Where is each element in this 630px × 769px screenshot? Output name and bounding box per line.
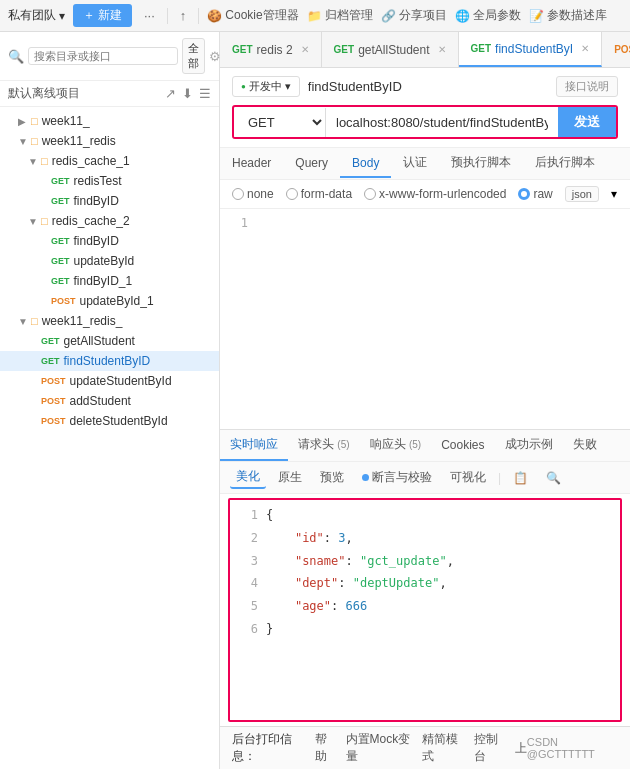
resp-tool-preview[interactable]: 预览: [314, 467, 350, 488]
sidebar-item-week11[interactable]: ▶ □ week11_: [0, 111, 219, 131]
tab-close-icon[interactable]: ✕: [301, 44, 309, 55]
request-sub-tabs: Header Query Body 认证 预执行脚本 后执行脚本: [220, 148, 630, 180]
body-option-raw[interactable]: raw: [518, 187, 552, 201]
menu-icon[interactable]: ☰: [199, 86, 211, 101]
console-button[interactable]: 控制台: [474, 731, 505, 765]
folder-icon: □: [41, 155, 48, 167]
send-button[interactable]: 发送: [558, 107, 616, 137]
sidebar-search-bar: 🔍 全部 ⚙: [0, 32, 219, 81]
response-body: 1 { 2 "id": 3, 3 "sname": "gct_update", …: [228, 498, 622, 722]
sidebar-item-redis-test[interactable]: ▶ GET redisTest: [0, 171, 219, 191]
resp-tab-resp-headers[interactable]: 响应头 (5): [360, 430, 432, 461]
separator: |: [498, 471, 501, 485]
get-method-icon: GET: [51, 236, 70, 246]
resp-tool-search[interactable]: 🔍: [540, 469, 567, 487]
resp-line-5: 5 "age": 666: [230, 595, 620, 618]
tabs-row: GET redis 2 ✕ GET getAllStudent ✕ GET fi…: [220, 32, 630, 68]
sidebar-item-redis-cache-2[interactable]: ▼ □ redis_cache_2: [0, 211, 219, 231]
env-selector[interactable]: ● 开发中 ▾: [232, 76, 300, 97]
tab-method-icon: GET: [232, 44, 253, 55]
sidebar-item-find-by-id-1[interactable]: ▶ GET findByID: [0, 191, 219, 211]
request-body-editor[interactable]: 1: [220, 209, 630, 429]
sidebar-item-find-by-id-1-1[interactable]: ▶ GET findByID_1: [0, 271, 219, 291]
get-method-icon: GET: [51, 196, 70, 206]
tab-close-icon[interactable]: ✕: [581, 43, 589, 54]
url-row: GET POST PUT DELETE 发送: [232, 105, 618, 139]
resp-line-3: 3 "sname": "gct_update",: [230, 550, 620, 573]
json-format-select[interactable]: json: [565, 186, 599, 202]
offline-label: 默认离线项目: [8, 85, 80, 102]
sub-tab-post-script[interactable]: 后执行脚本: [523, 148, 607, 179]
resp-tool-visual[interactable]: 可视化: [444, 467, 492, 488]
share-project[interactable]: 🔗 分享项目: [381, 7, 447, 24]
more-button[interactable]: 上: [515, 740, 527, 757]
api-name-input[interactable]: [308, 79, 548, 94]
sub-tab-pre-script[interactable]: 预执行脚本: [439, 148, 523, 179]
sidebar-item-update-by-id[interactable]: ▶ GET updateById: [0, 251, 219, 271]
resp-tab-success-example[interactable]: 成功示例: [495, 430, 563, 461]
sidebar-item-redis-cache-1[interactable]: ▼ □ redis_cache_1: [0, 151, 219, 171]
cookie-manager[interactable]: 🍪 Cookie管理器: [207, 7, 298, 24]
resp-tab-failure[interactable]: 失败: [563, 430, 607, 461]
new-button[interactable]: ＋ 新建: [73, 4, 132, 27]
param-desc[interactable]: 📝 参数描述库: [529, 7, 607, 24]
desc-icon: 📝: [529, 9, 544, 23]
body-option-form-data[interactable]: form-data: [286, 187, 352, 201]
sub-tab-header[interactable]: Header: [220, 150, 283, 178]
get-method-icon: GET: [51, 276, 70, 286]
radio-icon: [286, 188, 298, 200]
sidebar-item-delete-student-by-id[interactable]: ▶ POST deleteStudentById: [0, 411, 219, 431]
resp-tool-raw[interactable]: 原生: [272, 467, 308, 488]
sub-tab-query[interactable]: Query: [283, 150, 340, 178]
mock-button[interactable]: 内置Mock变量: [346, 731, 412, 765]
sub-tab-auth[interactable]: 认证: [391, 148, 439, 179]
share-sidebar-icon[interactable]: ↗: [165, 86, 176, 101]
sidebar-item-find-student-by-id[interactable]: ▶ GET findStudentByID: [0, 351, 219, 371]
tab-close-icon[interactable]: ✕: [438, 44, 446, 55]
tab-redis2[interactable]: GET redis 2 ✕: [220, 32, 322, 67]
resp-tool-beautify[interactable]: 美化: [230, 466, 266, 489]
upload-icon[interactable]: ↑: [176, 6, 191, 25]
arrow-icon: ▼: [28, 216, 38, 227]
tab-get-all-student[interactable]: GET getAllStudent ✕: [322, 32, 459, 67]
folder-icon: □: [31, 315, 38, 327]
search-scope-label[interactable]: 全部: [182, 38, 205, 74]
sidebar-item-find-by-id-2[interactable]: ▶ GET findByID: [0, 231, 219, 251]
team-selector[interactable]: 私有团队 ▾: [8, 7, 65, 24]
help-button[interactable]: 帮助: [315, 731, 336, 765]
post-method-icon: POST: [41, 396, 66, 406]
resp-tool-copy[interactable]: 📋: [507, 469, 534, 487]
separator2: [198, 8, 199, 24]
resp-tool-assert[interactable]: 断言与校验: [356, 467, 438, 488]
body-option-urlencoded[interactable]: x-www-form-urlencoded: [364, 187, 506, 201]
method-select[interactable]: GET POST PUT DELETE: [234, 108, 326, 137]
sidebar-item-week11-redis2[interactable]: ▼ □ week11_redis_: [0, 311, 219, 331]
resp-tab-req-headers[interactable]: 请求头 (5): [288, 430, 360, 461]
tab-update-student[interactable]: POST updateStude... ✕: [602, 32, 630, 67]
archive-manager[interactable]: 📁 归档管理: [307, 7, 373, 24]
download-icon[interactable]: ⬇: [182, 86, 193, 101]
sidebar-item-update-by-id-1[interactable]: ▶ POST updateById_1: [0, 291, 219, 311]
sidebar-item-update-student-by-id[interactable]: ▶ POST updateStudentById: [0, 371, 219, 391]
env-dropdown-icon: ▾: [285, 80, 291, 93]
resp-line-4: 4 "dept": "deptUpdate",: [230, 572, 620, 595]
api-doc-button[interactable]: 接口说明: [556, 76, 618, 97]
search-input[interactable]: [28, 47, 178, 65]
resp-tab-cookies[interactable]: Cookies: [431, 432, 494, 460]
arrow-icon: ▶: [18, 116, 28, 127]
sidebar-item-get-all-student[interactable]: ▶ GET getAllStudent: [0, 331, 219, 351]
global-params[interactable]: 🌐 全局参数: [455, 7, 521, 24]
response-toolbar: 美化 原生 预览 断言与校验 可视化 | 📋 🔍: [220, 462, 630, 494]
more-options-icon[interactable]: ···: [140, 6, 159, 25]
sidebar-item-add-student[interactable]: ▶ POST addStudent: [0, 391, 219, 411]
sidebar-item-week11-redis[interactable]: ▼ □ week11_redis: [0, 131, 219, 151]
url-input[interactable]: [326, 109, 558, 136]
simple-mode-button[interactable]: 精简模式: [422, 731, 464, 765]
sub-tab-body[interactable]: Body: [340, 150, 391, 178]
sidebar: 🔍 全部 ⚙ 默认离线项目 ↗ ⬇ ☰ ▶ □ week11_ ▼ □: [0, 32, 220, 769]
get-method-icon: GET: [51, 256, 70, 266]
tab-find-student-by-id[interactable]: GET findStudentByI ✕: [459, 32, 603, 67]
resp-tab-realtime[interactable]: 实时响应: [220, 430, 288, 461]
resp-line-6: 6 }: [230, 618, 620, 641]
body-option-none[interactable]: none: [232, 187, 274, 201]
